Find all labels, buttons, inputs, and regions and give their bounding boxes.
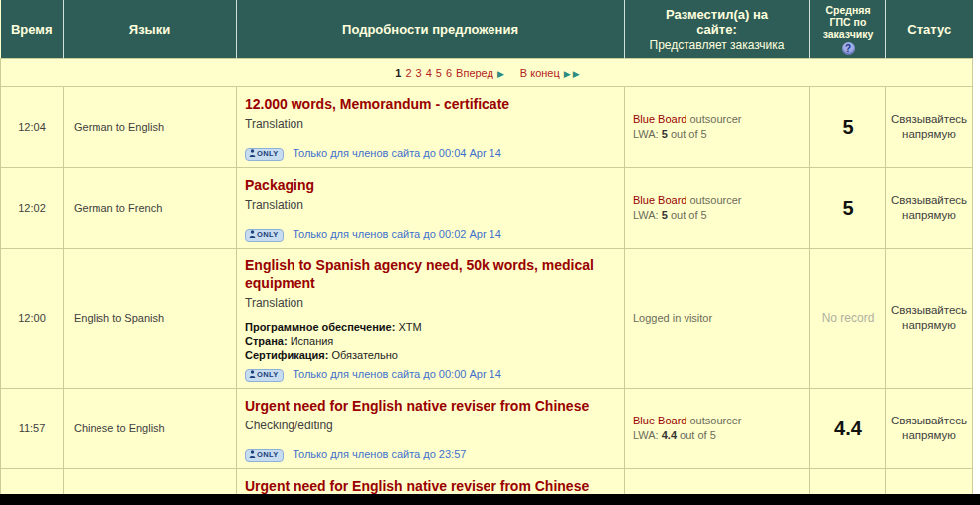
lwa-label: LWA: [633, 209, 662, 221]
job-time: 12:04 [1, 87, 64, 168]
col-header-details: Подробности предложения [237, 0, 625, 59]
help-icon[interactable]: ? [842, 42, 855, 55]
members-only-link[interactable]: Только для членов сайта до 00:00 Apr 14 [293, 368, 501, 380]
page-link-2[interactable]: 2 [405, 67, 411, 79]
bottom-black-bar [0, 494, 980, 505]
job-languages: German to English [64, 87, 237, 168]
job-detail-fields: Программное обеспечение: XTM Страна: Исп… [245, 320, 616, 362]
col-header-languages: Языки [64, 0, 237, 59]
members-only-link[interactable]: Только для членов сайта до 00:04 Apr 14 [293, 147, 501, 159]
members-only-badge-label: ONLY [257, 149, 279, 158]
detail-software-label: Программное обеспечение: [245, 321, 395, 333]
members-only-badge: ONLY [245, 148, 284, 161]
col-header-status: Статус [886, 0, 973, 59]
job-poster-cell: Blue Board outsourcer LWA: 5 out of 5 [625, 168, 810, 249]
members-only-badge-label: ONLY [257, 450, 279, 459]
member-person-icon [249, 230, 256, 238]
job-rating: 4.4 [810, 389, 886, 469]
logged-in-visitor-label: Logged in visitor [633, 312, 712, 324]
members-only-badge-label: ONLY [257, 230, 279, 239]
job-languages: English to Spanish [64, 249, 237, 389]
col-header-languages-label: Языки [129, 22, 170, 37]
job-languages: German to French [64, 168, 237, 249]
job-title-link[interactable]: Packaging [245, 176, 616, 194]
detail-country-value: Испания [288, 335, 334, 347]
lwa-value: 4.4 [662, 429, 677, 441]
next-page-link[interactable]: Вперед [456, 67, 493, 79]
job-title-link[interactable]: English to Spanish agency need, 50k word… [245, 256, 616, 292]
members-only-link[interactable]: Только для членов сайта до 23:57 [293, 448, 466, 460]
lwa-suffix: out of 5 [668, 128, 707, 140]
job-row: 12:00 English to Spanish English to Span… [1, 249, 973, 389]
detail-certification-label: Сертификация: [245, 349, 328, 361]
col-header-details-label: Подробности предложения [342, 22, 518, 37]
blue-board-link[interactable]: Blue Board [633, 194, 686, 206]
job-poster-cell: Blue Board outsourcer LWA: 5 out of 5 [625, 87, 810, 168]
members-only-line: ONLY Только для членов сайта до 23:57 [245, 444, 616, 462]
page-current: 1 [395, 67, 401, 79]
job-type: Translation [245, 117, 616, 131]
members-only-badge-label: ONLY [257, 370, 279, 379]
member-person-icon [249, 450, 256, 458]
members-only-link[interactable]: Только для членов сайта до 00:02 Apr 14 [293, 228, 501, 240]
job-title-link[interactable]: Urgent need for English native reviser f… [245, 477, 616, 495]
members-only-badge: ONLY [245, 369, 284, 382]
job-status: Связывайтесь напрямую [886, 249, 973, 389]
col-header-poster: Разместил(а) на сайте: Представляет зака… [625, 0, 810, 59]
last-page-link[interactable]: В конец [520, 67, 560, 79]
job-poster-cell: Blue Board outsourcer LWA: 4.4 out of 5 [625, 389, 810, 469]
job-type: Translation [245, 198, 616, 212]
lwa-suffix: out of 5 [677, 429, 716, 441]
members-only-badge: ONLY [245, 449, 284, 462]
detail-software: Программное обеспечение: XTM [245, 320, 616, 334]
col-header-status-label: Статус [907, 22, 951, 37]
blue-board-link[interactable]: Blue Board [633, 415, 686, 426]
next-arrow-icon[interactable]: ▶ [497, 69, 504, 79]
job-languages: Chinese to English [64, 389, 237, 469]
last-arrow-icon[interactable]: ▶ [573, 69, 580, 79]
member-person-icon [249, 370, 256, 378]
job-status: Связывайтесь напрямую [886, 87, 973, 168]
job-type: Translation [245, 296, 616, 310]
blue-board-link[interactable]: Blue Board [633, 113, 686, 125]
job-type: Checking/editing [245, 419, 616, 432]
lwa-label: LWA: [633, 128, 662, 140]
members-only-line: ONLY Только для членов сайта до 00:00 Ap… [245, 364, 616, 382]
col-header-lwa-label: Средняя ГПС по заказчику [814, 4, 882, 40]
job-details-cell: English to Spanish agency need, 50k word… [237, 249, 625, 389]
table-header-row: Время Языки Подробности предложения Разм… [1, 0, 973, 59]
member-person-icon [249, 149, 256, 157]
job-row: 12:02 German to French Packaging Transla… [1, 168, 973, 249]
col-header-time-label: Время [11, 22, 53, 37]
job-rating: No record [810, 249, 886, 389]
job-status: Связывайтесь напрямую [886, 389, 973, 469]
job-rating: 5 [810, 168, 886, 249]
lwa-suffix: out of 5 [668, 209, 707, 221]
detail-certification-value: Обязательно [328, 349, 398, 361]
job-title-link[interactable]: 12.000 words, Memorandum - certificate [245, 95, 616, 113]
job-details-cell: Urgent need for English native reviser f… [237, 389, 625, 469]
members-only-line: ONLY Только для членов сайта до 00:02 Ap… [245, 224, 616, 242]
page-link-5[interactable]: 5 [436, 67, 442, 79]
members-only-line: ONLY Только для членов сайта до 00:04 Ap… [245, 143, 616, 161]
page-link-3[interactable]: 3 [416, 67, 422, 79]
pagination: 123456Вперед▶В конец▶▶ [1, 59, 973, 87]
job-details-cell: Packaging Translation ONLY Только для чл… [237, 168, 625, 249]
job-details-cell: 12.000 words, Memorandum - certificate T… [237, 87, 625, 168]
detail-software-value: XTM [395, 321, 421, 333]
outsourcer-label: outsourcer [686, 113, 741, 125]
lwa-label: LWA: [633, 429, 662, 441]
page-link-6[interactable]: 6 [446, 67, 452, 79]
job-status: Связывайтесь напрямую [886, 168, 973, 249]
page-link-4[interactable]: 4 [426, 67, 432, 79]
detail-country-label: Страна: [245, 335, 288, 347]
outsourcer-label: outsourcer [686, 194, 741, 206]
job-time: 12:02 [1, 168, 64, 249]
col-header-poster-sublabel: Представляет заказчика [629, 38, 805, 52]
members-only-badge: ONLY [245, 229, 284, 242]
outsourcer-label: outsourcer [686, 415, 741, 426]
pagination-row: 123456Вперед▶В конец▶▶ [1, 59, 973, 87]
jobs-table: Время Языки Подробности предложения Разм… [0, 0, 973, 505]
job-title-link[interactable]: Urgent need for English native reviser f… [245, 397, 616, 415]
last-arrow-icon[interactable]: ▶ [564, 69, 571, 79]
